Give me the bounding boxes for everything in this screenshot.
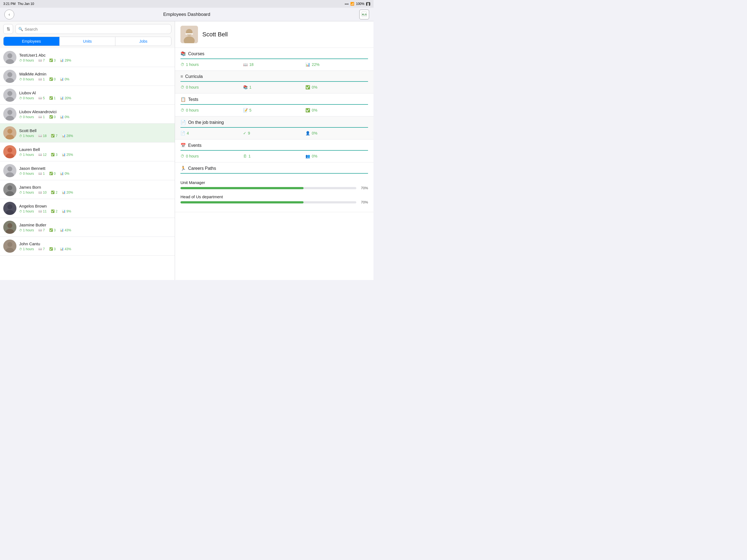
courses-value: 1 (43, 77, 45, 81)
stat-hours: ⏱ 0 hours (19, 77, 34, 81)
career-path-label: Head of Us department (180, 195, 368, 199)
svg-point-33 (7, 242, 12, 247)
stat-hours: ⏱ 1 hours (19, 228, 34, 232)
percent-value: 28% (67, 134, 73, 138)
tests-icon: 📋 (180, 97, 186, 102)
svg-point-18 (7, 148, 12, 153)
progress-bar (180, 187, 356, 189)
employee-name: Liubov Al (19, 91, 172, 95)
employee-name: Liubov Alexandrovici (19, 109, 172, 114)
ojt-count1: 📄 4 (180, 131, 243, 135)
clock-icon-2: ⏱ (180, 85, 184, 90)
tests-count: 📝 5 (243, 108, 306, 112)
tests-percent-val: 0% (312, 108, 317, 112)
hours-value: 0 hours (23, 58, 34, 62)
completed-value: 0 (54, 77, 56, 81)
employee-item[interactable]: Liubov Al ⏱ 0 hours 📖 5 ✅ 1 📊 20% (0, 86, 175, 105)
sort-button[interactable]: ⇅ (3, 24, 13, 34)
list-icon: 📝 (243, 108, 248, 112)
curricula-divider (180, 81, 368, 82)
check-stat-icon: ✅ (49, 96, 53, 100)
clock-stat-icon: ⏱ (19, 172, 22, 175)
employee-stats: ⏱ 1 hours 📖 7 ✅ 3 📊 43% (19, 247, 172, 251)
tab-employees[interactable]: Employees (4, 37, 60, 46)
stat-percent: 📊 20% (60, 96, 71, 100)
chart-stat-icon: 📊 (62, 153, 66, 156)
search-input[interactable] (25, 27, 169, 31)
svg-rect-38 (185, 33, 193, 34)
stat-completed: ✅ 3 (49, 58, 56, 62)
courses-value: 1 (43, 115, 45, 119)
career-path-item: Head of Us department 70% (180, 195, 368, 204)
courses-percent: 📊 22% (305, 62, 368, 67)
check-stat-icon: ✅ (49, 247, 53, 251)
stat-percent: 📊 0% (60, 115, 69, 119)
chart-stat-icon: 📊 (62, 134, 66, 137)
stat-completed: ✅ 3 (49, 228, 56, 232)
status-time: 3:21 PM (3, 2, 16, 6)
employee-stats: ⏱ 1 hours 📖 12 ✅ 3 📊 25% (19, 153, 172, 157)
career-path-label: Unit Manager (180, 180, 368, 185)
employee-item[interactable]: Liubov Alexandrovici ⏱ 0 hours 📖 1 ✅ 0 📊… (0, 105, 175, 124)
back-button[interactable]: ‹ (4, 9, 14, 19)
stack-icon: 📚 (243, 85, 248, 90)
stat-completed: ✅ 0 (49, 77, 56, 81)
employee-item[interactable]: WalkMe Admin ⏱ 0 hours 📖 1 ✅ 0 📊 0% (0, 67, 175, 86)
clock-stat-icon: ⏱ (19, 229, 22, 232)
check-stat-icon: ✅ (51, 134, 55, 137)
avatar (3, 221, 17, 234)
completed-value: 2 (55, 209, 57, 213)
clock-stat-icon: ⏱ (19, 116, 22, 119)
employee-info: Jasmine Butler ⏱ 1 hours 📖 7 ✅ 3 📊 43% (19, 223, 172, 232)
chart-stat-icon: 📊 (62, 190, 66, 194)
avatar (3, 126, 17, 139)
chart-stat-icon: 📊 (62, 209, 66, 213)
stat-percent: 📊 25% (62, 153, 73, 157)
chart-stat-icon: 📊 (60, 96, 64, 100)
check-circle-icon: ✓ (243, 131, 247, 135)
employee-item[interactable]: Scott Bell ⏱ 1 hours 📖 18 ✅ 7 📊 28% (0, 124, 175, 143)
career-content: Unit Manager 70% Head of Us department 7… (175, 177, 374, 212)
completed-value: 0 (54, 115, 56, 119)
tests-divider (180, 104, 368, 105)
status-date: Thu Jan 10 (18, 2, 34, 6)
person-icon: 👤 (305, 131, 310, 135)
completed-value: 2 (55, 190, 57, 195)
book-icon: 📖 (243, 62, 248, 67)
book-stat-icon: 📖 (38, 115, 42, 119)
ojt-count1-val: 4 (187, 131, 189, 135)
employee-item[interactable]: TestUser1 Abc ⏱ 0 hours 📖 7 ✅ 3 📊 29% (0, 48, 175, 67)
employee-item[interactable]: Jasmine Butler ⏱ 1 hours 📖 7 ✅ 3 📊 43% (0, 218, 175, 237)
stat-hours: ⏱ 1 hours (19, 153, 34, 157)
employee-item[interactable]: Jason Bennett ⏱ 0 hours 📖 1 ✅ 0 📊 0% (0, 161, 175, 180)
avatar (3, 107, 17, 121)
book-stat-icon: 📖 (38, 77, 42, 81)
ojt-percent-val: 0% (312, 131, 317, 135)
career-progress-row: 70% (180, 200, 368, 204)
completed-value: 3 (55, 153, 57, 157)
profile-photo (180, 26, 198, 43)
stat-hours: ⏱ 1 hours (19, 209, 34, 213)
cal-icon: 🗓 (243, 154, 247, 158)
hours-value: 1 hours (23, 153, 34, 157)
stat-courses: 📖 1 (38, 77, 45, 81)
chart-stat-icon: 📊 (60, 58, 64, 62)
tab-jobs[interactable]: Jobs (115, 37, 171, 46)
employee-stats: ⏱ 0 hours 📖 1 ✅ 0 📊 0% (19, 115, 172, 119)
curricula-percent-val: 0% (312, 85, 317, 90)
courses-percent-val: 22% (312, 62, 319, 67)
courses-value: 7 (43, 58, 45, 62)
events-divider (180, 150, 368, 151)
employee-item[interactable]: Lauren Bell ⏱ 1 hours 📖 12 ✅ 3 📊 25% (0, 143, 175, 161)
tab-units[interactable]: Units (60, 37, 115, 46)
battery-icon: ▓ (366, 2, 370, 6)
employee-item[interactable]: James Born ⏱ 1 hours 📖 10 ✅ 2 📊 20% (0, 180, 175, 199)
check-stat-icon: ✅ (49, 228, 53, 232)
excel-button[interactable]: XLS (359, 9, 369, 19)
courses-value: 12 (43, 153, 47, 157)
chart-stat-icon: 📊 (60, 115, 64, 119)
clock-stat-icon: ⏱ (19, 153, 22, 156)
courses-title: Courses (188, 51, 205, 56)
employee-item[interactable]: John Cantu ⏱ 1 hours 📖 7 ✅ 3 📊 43% (0, 237, 175, 256)
employee-item[interactable]: Angelos Brown ⏱ 1 hours 📖 11 ✅ 2 📊 9% (0, 199, 175, 218)
